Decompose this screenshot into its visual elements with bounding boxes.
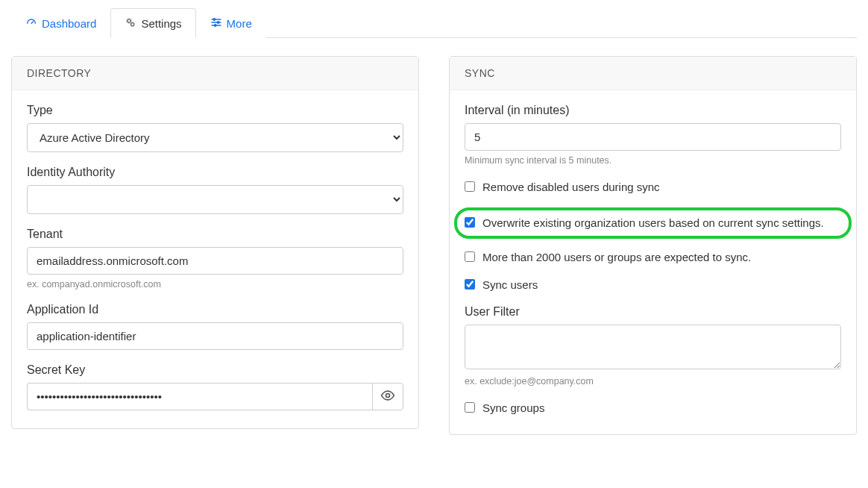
identity-authority-select[interactable] [27,185,403,214]
overwrite-label: Overwrite existing organization users ba… [482,215,824,231]
sync-groups-label: Sync groups [482,400,544,416]
svg-point-8 [386,394,389,398]
remove-disabled-label: Remove disabled users during sync [482,179,660,195]
tachometer-icon [25,16,37,31]
tab-more-label: More [227,17,252,30]
panel-directory: DIRECTORY Type Azure Active Directory Id… [11,56,419,429]
svg-point-0 [128,19,130,22]
tab-dashboard-label: Dashboard [42,17,96,30]
secret-input[interactable] [27,383,372,410]
more-than-2000-checkbox[interactable] [465,251,475,262]
interval-input[interactable] [465,123,841,151]
tabs-bar: Dashboard Settings More [11,7,857,38]
overwrite-highlight: Overwrite existing organization users ba… [454,207,852,239]
svg-point-1 [131,23,134,26]
tenant-input[interactable] [27,247,403,275]
appid-label: Application Id [27,303,403,316]
tab-dashboard[interactable]: Dashboard [11,8,110,38]
panel-sync: SYNC Interval (in minutes) Minimum sync … [449,56,857,435]
gear-icon [125,16,136,31]
tab-settings[interactable]: Settings [110,8,195,38]
sliders-icon [210,16,222,31]
tab-more[interactable]: More [196,8,266,38]
type-select[interactable]: Azure Active Directory [27,123,403,152]
svg-point-5 [213,19,216,21]
type-label: Type [27,104,403,117]
eye-icon [380,388,395,405]
tenant-hint: ex. companyad.onmicrosoft.com [27,279,403,290]
user-filter-textarea[interactable] [465,325,841,369]
interval-label: Interval (in minutes) [465,104,841,117]
sync-users-checkbox[interactable] [465,279,475,290]
user-filter-hint: ex. exclude:joe@company.com [465,376,841,387]
svg-point-6 [217,22,219,24]
interval-hint: Minimum sync interval is 5 minutes. [465,155,841,166]
secret-label: Secret Key [27,363,403,377]
tenant-label: Tenant [27,228,403,241]
sync-users-label: Sync users [482,277,538,293]
overwrite-checkbox[interactable] [465,217,475,228]
svg-point-7 [214,25,216,27]
panel-sync-title: SYNC [450,57,856,90]
more-than-2000-label: More than 2000 users or groups are expec… [482,249,751,266]
reveal-secret-button[interactable] [372,383,403,410]
remove-disabled-checkbox[interactable] [465,181,475,192]
sync-groups-checkbox[interactable] [465,402,475,413]
panel-directory-title: DIRECTORY [12,57,418,90]
identity-authority-label: Identity Authority [27,166,403,179]
tab-settings-label: Settings [141,17,181,30]
appid-input[interactable] [27,322,403,350]
user-filter-label: User Filter [465,305,841,319]
